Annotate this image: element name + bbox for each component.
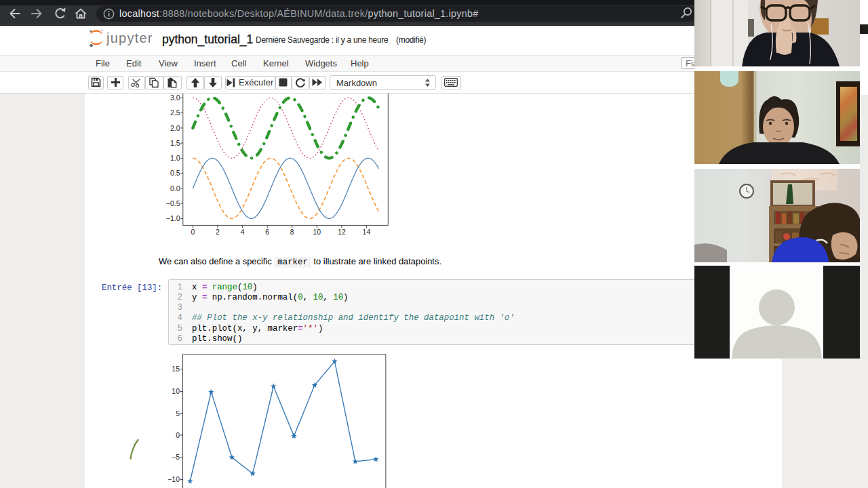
svg-text:6: 6	[265, 228, 269, 236]
svg-text:10: 10	[313, 228, 321, 236]
svg-text:15: 15	[172, 365, 180, 373]
svg-text:14: 14	[363, 228, 371, 236]
svg-text:2.0: 2.0	[170, 124, 180, 132]
svg-text:2.5: 2.5	[170, 108, 180, 117]
svg-text:8: 8	[290, 228, 294, 236]
svg-text:0.5: 0.5	[170, 169, 180, 177]
svg-text:0.0: 0.0	[170, 184, 180, 192]
svg-text:0: 0	[176, 431, 180, 439]
svg-text:12: 12	[338, 228, 346, 236]
svg-text:1.5: 1.5	[170, 139, 180, 147]
svg-text:1.0: 1.0	[170, 154, 180, 162]
svg-text:2: 2	[216, 228, 220, 236]
svg-text:−1.0: −1.0	[166, 214, 180, 222]
svg-text:−5: −5	[172, 453, 180, 461]
svg-text:10: 10	[172, 387, 180, 395]
svg-text:4: 4	[241, 228, 245, 236]
svg-text:−10: −10	[167, 475, 180, 483]
svg-text:0: 0	[191, 228, 195, 236]
svg-text:5: 5	[176, 409, 180, 418]
svg-text:−0.5: −0.5	[166, 199, 180, 207]
svg-text:3.0: 3.0	[170, 94, 180, 102]
